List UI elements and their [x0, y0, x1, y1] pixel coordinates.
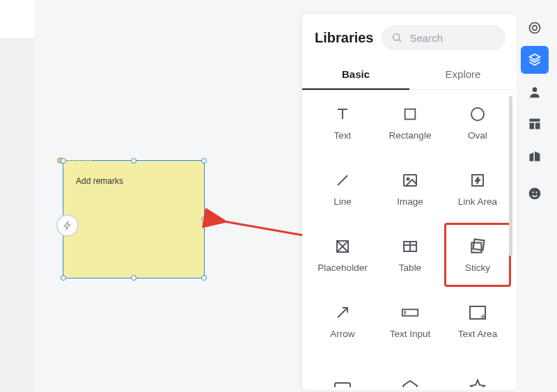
- search-input[interactable]: [408, 31, 496, 45]
- svg-rect-21: [335, 383, 350, 387]
- component-label: Text Area: [458, 329, 497, 339]
- component-text[interactable]: Text: [311, 92, 375, 153]
- component-line[interactable]: Line: [311, 158, 375, 219]
- star-icon: [469, 378, 487, 387]
- component-partial-1[interactable]: [311, 356, 375, 387]
- component-label: Placeholder: [317, 262, 367, 273]
- image-icon: [401, 171, 419, 189]
- svg-rect-20: [470, 306, 485, 319]
- svg-point-7: [407, 178, 409, 180]
- component-placeholder[interactable]: Placeholder: [311, 224, 375, 285]
- component-label: Table: [399, 262, 421, 273]
- svg-line-5: [338, 175, 347, 185]
- rail-buildings-icon[interactable]: [521, 142, 549, 170]
- svg-point-30: [535, 191, 537, 193]
- component-link-area[interactable]: Link Area: [446, 158, 510, 219]
- component-sticky[interactable]: Sticky: [446, 224, 510, 285]
- oval-icon: [469, 105, 487, 123]
- panel-scrollbar[interactable]: [509, 96, 512, 256]
- component-rectangle[interactable]: Rectangle: [378, 92, 442, 153]
- svg-point-28: [529, 188, 541, 200]
- resize-handle-tr[interactable]: [201, 158, 207, 164]
- text-icon: [334, 105, 352, 123]
- text-input-icon: [401, 304, 419, 322]
- resize-handle-bl[interactable]: [61, 275, 66, 281]
- arrow-icon: [334, 304, 352, 322]
- shape-icon: [334, 378, 352, 387]
- component-label: Line: [334, 196, 352, 207]
- lightning-badge-icon[interactable]: [56, 214, 79, 237]
- tab-explore[interactable]: Explore: [409, 60, 517, 89]
- canvas-dock: [0, 0, 35, 38]
- sticky-icon: [469, 237, 487, 256]
- svg-rect-6: [404, 175, 416, 186]
- component-grid: Text Rectangle Oval Line: [309, 88, 512, 387]
- placeholder-icon: [334, 237, 352, 256]
- svg-rect-15: [473, 239, 485, 250]
- component-table[interactable]: Table: [378, 224, 442, 285]
- component-text-input[interactable]: Text Input: [378, 290, 442, 352]
- resize-handle-bm[interactable]: [131, 275, 136, 281]
- panel-tabs: Basic Explore: [302, 60, 517, 90]
- component-partial-2[interactable]: [378, 356, 442, 387]
- resize-handle-tm[interactable]: [131, 158, 136, 164]
- component-label: Rectangle: [389, 130, 432, 141]
- svg-rect-27: [535, 123, 540, 129]
- line-icon: [334, 171, 352, 189]
- text-area-icon: [469, 304, 487, 322]
- component-arrow[interactable]: Arrow: [311, 290, 375, 352]
- component-label: Image: [397, 196, 423, 207]
- svg-line-2: [400, 40, 402, 42]
- rail-layout-icon[interactable]: [521, 110, 549, 138]
- svg-line-17: [338, 308, 347, 317]
- svg-point-22: [530, 23, 540, 33]
- rail-emoji-icon[interactable]: [521, 180, 549, 207]
- sticky-note-element[interactable]: Add remarks: [63, 160, 205, 279]
- svg-rect-26: [530, 123, 535, 129]
- component-partial-3[interactable]: [446, 356, 510, 387]
- sticky-note-text[interactable]: Add remarks: [63, 161, 204, 201]
- component-label: Text: [334, 130, 352, 141]
- right-rail: [521, 14, 549, 212]
- svg-point-4: [471, 108, 484, 120]
- component-label: Oval: [468, 130, 487, 141]
- component-label: Link Area: [458, 196, 497, 207]
- rectangle-icon: [401, 105, 419, 123]
- component-label: Text Input: [390, 329, 431, 339]
- component-text-area[interactable]: Text Area: [446, 290, 510, 352]
- tab-basic[interactable]: Basic: [302, 60, 409, 90]
- search-icon: [391, 32, 402, 43]
- component-image[interactable]: Image: [378, 158, 442, 219]
- svg-point-29: [532, 191, 533, 193]
- resize-handle-mr[interactable]: [201, 217, 207, 222]
- component-label: Sticky: [465, 262, 490, 273]
- rail-components-icon[interactable]: [521, 46, 549, 74]
- rail-target-icon[interactable]: [521, 14, 549, 42]
- table-icon: [401, 237, 419, 256]
- svg-point-24: [533, 87, 538, 92]
- link-area-icon: [469, 171, 487, 189]
- component-oval[interactable]: Oval: [446, 92, 510, 153]
- resize-handle-br[interactable]: [201, 275, 207, 281]
- resize-handle-tl[interactable]: [61, 158, 66, 164]
- svg-point-23: [533, 26, 538, 31]
- canvas-area[interactable]: Add remarks Libraries Basic: [35, 0, 557, 392]
- svg-rect-25: [530, 119, 540, 122]
- libraries-panel: Libraries Basic Explore Text: [302, 14, 517, 390]
- svg-point-1: [393, 34, 400, 40]
- pentagon-icon: [401, 378, 419, 387]
- component-label: Arrow: [330, 329, 354, 339]
- svg-rect-3: [405, 109, 416, 119]
- rail-user-icon[interactable]: [521, 78, 549, 106]
- search-field[interactable]: [382, 25, 505, 50]
- panel-title: Libraries: [315, 30, 373, 46]
